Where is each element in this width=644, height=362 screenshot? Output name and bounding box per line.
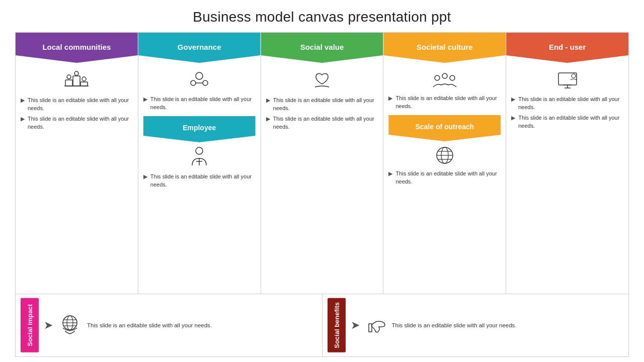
svg-point-4 xyxy=(74,71,78,75)
body-end-user: ▶ This slide is an editable slide with a… xyxy=(506,63,628,294)
svg-point-9 xyxy=(203,80,208,85)
icon-societal-culture xyxy=(388,71,501,92)
text-eu-2: This slide is an editable slide with all… xyxy=(517,114,623,130)
page-title: Business model canvas presentation ppt xyxy=(15,9,629,25)
svg-point-5 xyxy=(82,77,86,81)
text-scale-1: This slide is an editable slide with all… xyxy=(394,170,501,186)
text-sv-2: This slide is an editable slide with all… xyxy=(272,115,378,131)
svg-point-11 xyxy=(196,147,203,154)
bullet-sc-1: ▶ This slide is an editable slide with a… xyxy=(388,95,501,111)
icon-governance xyxy=(143,71,256,93)
svg-point-15 xyxy=(442,73,447,78)
arrow-icon: ▶ xyxy=(143,96,147,103)
svg-point-26 xyxy=(572,74,576,78)
svg-rect-2 xyxy=(80,82,88,86)
header-end-user: End - user xyxy=(506,33,628,63)
col-local-communities: Local communities xyxy=(16,33,138,294)
bullet-eu-2: ▶ This slide is an editable slide with a… xyxy=(511,114,623,130)
icon-social-benefits xyxy=(365,314,387,337)
header-scale-of-outreach: Scale of outreach xyxy=(388,115,501,141)
svg-point-8 xyxy=(191,80,196,85)
col-societal-culture: Societal culture ▶ This slide is an edit… xyxy=(383,33,506,294)
arrow-icon: ▶ xyxy=(21,97,25,104)
slide: Business model canvas presentation ppt L… xyxy=(0,0,644,362)
label-social-impact: Social impact xyxy=(21,298,39,352)
svg-point-14 xyxy=(435,75,440,80)
arrow-right-icon: ➤ xyxy=(44,319,53,332)
arrow-right-icon: ➤ xyxy=(351,319,360,332)
arrow-icon: ▶ xyxy=(266,116,270,122)
svg-point-16 xyxy=(450,75,455,80)
header-employee: Employee xyxy=(143,116,256,142)
bullet-lc-1: ▶ This slide is an editable slide with a… xyxy=(21,97,133,113)
body-governance: ▶ This slide is an editable slide with a… xyxy=(138,63,261,294)
body-local-communities: ▶ This slide is an editable slide with a… xyxy=(16,63,138,294)
col-end-user: End - user ▶ This xyxy=(506,33,628,294)
col-social-value: Social value ▶ This slide is an editable… xyxy=(261,33,384,294)
header-local-communities: Local communities xyxy=(16,33,138,63)
bullet-gov-1: ▶ This slide is an editable slide with a… xyxy=(143,96,256,112)
bottom-social-benefits: Social benefits ➤ This slide is an edita… xyxy=(323,294,629,356)
svg-point-3 xyxy=(67,75,71,79)
icon-local-communities xyxy=(21,71,133,94)
text-sv-1: This slide is an editable slide with all… xyxy=(272,97,378,113)
sub-employee: Employee ▶ This slide is an editabl xyxy=(143,116,256,191)
icon-social-impact xyxy=(58,313,82,338)
body-societal-culture: ▶ This slide is an editable slide with a… xyxy=(383,63,506,294)
bottom-row: Social impact ➤ This slide is an editabl… xyxy=(15,294,629,357)
arrow-icon: ▶ xyxy=(511,96,515,103)
top-grid: Local communities xyxy=(15,32,629,294)
text-lc-2: This slide is an editable slide with all… xyxy=(27,115,133,131)
icon-social-value xyxy=(266,71,378,94)
body-social-value: ▶ This slide is an editable slide with a… xyxy=(261,63,383,294)
header-social-value: Social value xyxy=(261,33,383,63)
arrow-icon: ▶ xyxy=(266,97,270,104)
arrow-icon: ▶ xyxy=(511,115,515,121)
icon-employee xyxy=(143,146,256,171)
header-governance: Governance xyxy=(138,33,261,63)
bottom-social-impact: Social impact ➤ This slide is an editabl… xyxy=(16,294,323,356)
bullet-eu-1: ▶ This slide is an editable slide with a… xyxy=(511,96,623,112)
bullet-sv-2: ▶ This slide is an editable slide with a… xyxy=(266,115,378,131)
text-emp-1: This slide is an editable slide with all… xyxy=(149,173,256,189)
bullet-emp-1: ▶ This slide is an editable slide with a… xyxy=(143,173,256,189)
text-lc-1: This slide is an editable slide with all… xyxy=(27,97,133,113)
text-social-benefits: This slide is an editable slide with all… xyxy=(392,321,517,330)
bullet-sv-1: ▶ This slide is an editable slide with a… xyxy=(266,97,378,113)
arrow-icon: ▶ xyxy=(388,170,392,177)
text-gov-1: This slide is an editable slide with all… xyxy=(149,96,256,112)
svg-rect-0 xyxy=(65,80,72,86)
sub-scale: Scale of outreach ▶ xyxy=(388,115,501,188)
bullet-lc-2: ▶ This slide is an editable slide with a… xyxy=(21,115,133,131)
bullet-scale-1: ▶ This slide is an editable slide with a… xyxy=(388,170,501,186)
col-governance: Governance ▶ This slide is an editable s… xyxy=(138,33,261,294)
arrow-icon: ▶ xyxy=(388,95,392,102)
icon-scale-of-outreach xyxy=(388,145,501,168)
label-social-benefits: Social benefits xyxy=(328,298,346,352)
header-societal-culture: Societal culture xyxy=(383,33,506,63)
arrow-icon: ▶ xyxy=(21,116,25,122)
text-eu-1: This slide is an editable slide with all… xyxy=(517,96,623,112)
svg-point-7 xyxy=(196,72,203,79)
text-social-impact: This slide is an editable slide with all… xyxy=(87,321,212,330)
main-area: Local communities xyxy=(15,32,629,357)
text-sc-1: This slide is an editable slide with all… xyxy=(394,95,501,111)
arrow-icon: ▶ xyxy=(143,173,147,180)
svg-rect-1 xyxy=(73,76,80,86)
icon-end-user xyxy=(511,71,623,93)
